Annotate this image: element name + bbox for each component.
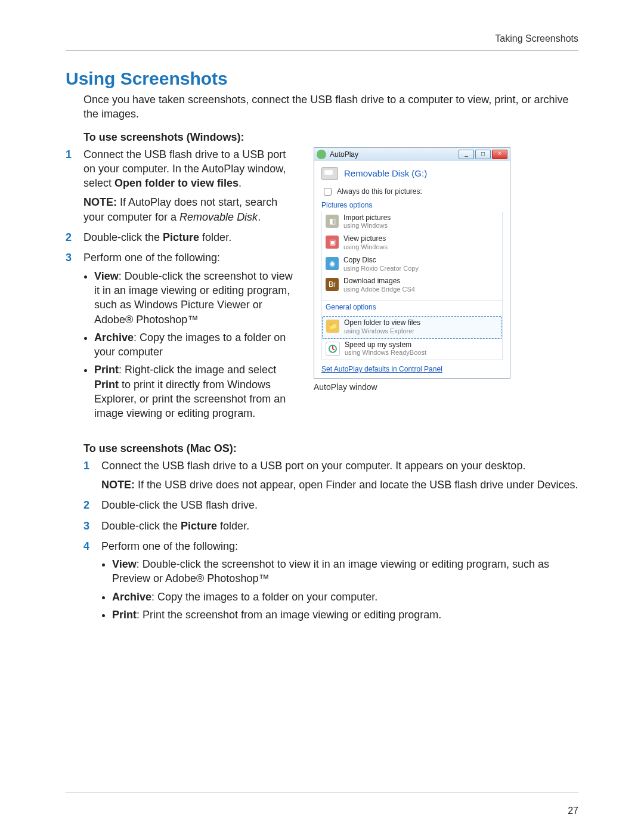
text: : Double-click the screenshot to view it… xyxy=(112,558,549,584)
text: . xyxy=(239,177,242,189)
step-number: 2 xyxy=(66,230,78,244)
text: Connect the USB flash drive to a USB por… xyxy=(101,460,525,472)
option-sub: using Windows xyxy=(343,222,388,229)
bold-text: Print xyxy=(112,609,137,621)
step-number: 2 xyxy=(83,498,95,512)
always-checkbox-row[interactable]: Always do this for pictures: xyxy=(321,186,503,197)
windows-step-1: Connect the USB flash drive to a USB por… xyxy=(83,147,299,224)
bold-text: View xyxy=(94,270,119,282)
autoplay-icon xyxy=(317,150,326,159)
page: Taking Screenshots Using Screenshots Onc… xyxy=(0,0,644,833)
close-button[interactable]: × xyxy=(492,150,507,159)
bold-text: View xyxy=(112,558,137,570)
step-number: 1 xyxy=(83,459,95,493)
mac-note: NOTE: If the USB drive does not appear, … xyxy=(101,478,578,492)
option-sub: using Windows Explorer xyxy=(344,327,414,335)
mac-step-4: Perform one of the following: View: Doub… xyxy=(101,539,578,625)
option-import-pictures[interactable]: ◧ Import picturesusing Windows xyxy=(322,212,502,233)
minimize-button[interactable]: _ xyxy=(459,150,474,159)
mac-step-1: Connect the USB flash drive to a USB por… xyxy=(101,459,578,493)
option-main: Copy Disc xyxy=(343,256,376,264)
windows-step-2: Double-click the Picture folder. xyxy=(83,230,299,244)
autoplay-defaults-link[interactable]: Set AutoPlay defaults in Control Panel xyxy=(321,365,442,373)
text: . xyxy=(258,211,261,223)
option-sub: using Windows ReadyBoost xyxy=(345,349,426,356)
dialog-titlebar[interactable]: AutoPlay _ □ × xyxy=(314,148,510,161)
bullet-archive: Archive: Copy the images to a folder on … xyxy=(94,330,299,360)
text: Perform one of the following: xyxy=(83,252,220,264)
bold-text: Open folder to view files xyxy=(114,177,239,189)
view-icon: ▣ xyxy=(326,236,339,249)
maximize-button[interactable]: □ xyxy=(475,150,491,159)
text: Perform one of the following: xyxy=(101,540,238,552)
windows-steps: 1 Connect the USB flash drive to a USB p… xyxy=(66,147,299,425)
bullet-view: View: Double-click the screenshot to vie… xyxy=(94,269,299,327)
option-open-folder[interactable]: 📁 Open folder to view filesusing Windows… xyxy=(322,316,502,339)
bridge-icon: Br xyxy=(326,278,339,291)
windows-step-3: Perform one of the following: View: Doub… xyxy=(83,250,299,424)
folder-icon: 📁 xyxy=(326,320,339,333)
bullet-view: View: Double-click the screenshot to vie… xyxy=(112,557,578,586)
step-number: 3 xyxy=(66,250,78,424)
bold-text: Print xyxy=(94,364,119,376)
bold-text: Picture xyxy=(163,231,199,243)
text: folder. xyxy=(217,520,249,532)
intro-paragraph: Once you have taken screenshots, connect… xyxy=(83,92,578,122)
running-head: Taking Screenshots xyxy=(66,33,578,44)
device-name: Removable Disk (G:) xyxy=(344,168,427,178)
text: : Print the screenshot from an image vie… xyxy=(137,609,441,621)
option-copy-disc[interactable]: ◉ Copy Discusing Roxio Creator Copy xyxy=(322,254,502,275)
note-label: NOTE: xyxy=(83,196,117,208)
drive-icon xyxy=(321,167,338,180)
step-number: 4 xyxy=(83,539,95,625)
italic-text: Removable Disk xyxy=(179,211,258,223)
option-sub: using Roxio Creator Copy xyxy=(343,265,419,272)
option-sub: using Windows xyxy=(343,243,388,250)
text: Double-click the xyxy=(83,231,163,243)
text: Double-click the xyxy=(101,520,181,532)
mac-step-2: Double-click the USB flash drive. xyxy=(101,498,578,512)
option-main: View pictures xyxy=(343,234,386,243)
disc-icon: ◉ xyxy=(326,257,339,270)
dialog-title: AutoPlay xyxy=(330,150,455,159)
text: to print it directly from Windows Explor… xyxy=(94,379,286,420)
bottom-rule xyxy=(66,792,578,792)
text: : Copy the images to a folder on your co… xyxy=(151,591,377,603)
mac-subhead: To use screenshots (Mac OS): xyxy=(83,442,578,455)
always-checkbox[interactable] xyxy=(324,188,332,196)
top-rule xyxy=(66,50,578,51)
readyboost-icon xyxy=(326,342,340,356)
option-speed-up[interactable]: Speed up my systemusing Windows ReadyBoo… xyxy=(322,339,502,360)
step-number: 3 xyxy=(83,519,95,533)
bold-text: Picture xyxy=(181,520,217,532)
always-label: Always do this for pictures: xyxy=(337,187,422,196)
step-number: 1 xyxy=(66,147,78,224)
mac-step-3: Double-click the Picture folder. xyxy=(101,519,578,533)
option-view-pictures[interactable]: ▣ View picturesusing Windows xyxy=(322,233,502,254)
bullet-archive: Archive: Copy the images to a folder on … xyxy=(112,590,578,604)
windows-note: NOTE: If AutoPlay does not start, search… xyxy=(83,195,299,224)
mac-steps: 1 Connect the USB flash drive to a USB p… xyxy=(83,459,578,626)
windows-subhead: To use screenshots (Windows): xyxy=(83,131,578,144)
page-number: 27 xyxy=(568,806,578,816)
text: If the USB drive does not appear, open F… xyxy=(135,479,578,491)
text: : Double-click the screenshot to view it… xyxy=(94,270,293,326)
option-main: Open folder to view files xyxy=(344,318,420,327)
autoplay-dialog: AutoPlay _ □ × Removable Disk (G:) Alway… xyxy=(314,147,510,379)
options-list: ◧ Import picturesusing Windows ▣ View pi… xyxy=(321,212,503,361)
bold-text: Print xyxy=(94,379,119,391)
option-sub: using Adobe Bridge CS4 xyxy=(343,286,415,293)
import-icon: ◧ xyxy=(326,215,339,228)
option-main: Download images xyxy=(343,277,400,285)
note-label: NOTE: xyxy=(101,479,135,491)
option-main: Import pictures xyxy=(343,213,391,222)
figure-caption: AutoPlay window xyxy=(314,382,510,392)
text: : Right-click the image and select xyxy=(119,364,276,376)
text: folder. xyxy=(199,231,231,243)
pictures-options-label: Pictures options xyxy=(321,201,503,209)
option-download-images[interactable]: Br Download imagesusing Adobe Bridge CS4 xyxy=(322,275,502,296)
bold-text: Archive xyxy=(112,591,151,603)
bullet-print: Print: Right-click the image and select … xyxy=(94,363,299,420)
bullet-print: Print: Print the screenshot from an imag… xyxy=(112,608,578,622)
option-main: Speed up my system xyxy=(345,340,411,349)
